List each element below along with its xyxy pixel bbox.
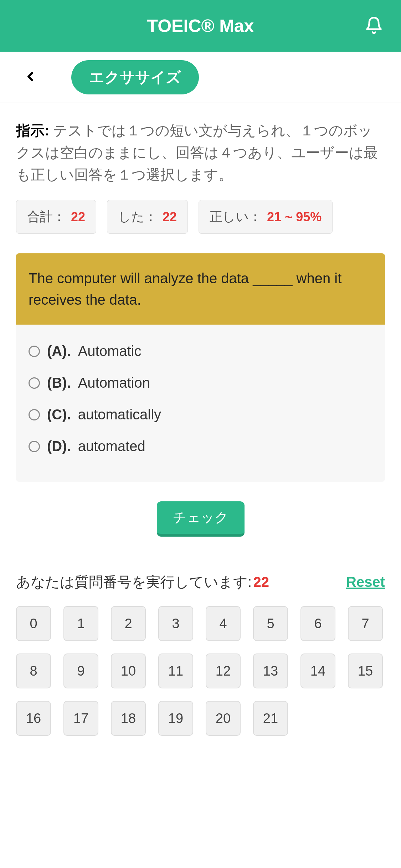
question-nav-header: あなたは質問番号を実行しています: 22 Reset [16,572,385,592]
question-number-button[interactable]: 0 [16,606,51,641]
app-title: TOEIC® Max [147,16,254,36]
option-text: automatically [78,407,161,423]
option-text: automated [78,438,145,454]
question-prompt: The computer will analyze the data _____… [16,253,385,325]
question-number-button[interactable]: 6 [300,606,335,641]
options-list: (A). Automatic (B). Automation (C). auto… [16,325,385,482]
sub-header: エクササイズ [0,52,401,103]
stat-done-label: した： [118,208,157,226]
question-number-button[interactable]: 16 [16,701,51,736]
question-number-button[interactable]: 21 [253,701,288,736]
stat-done-value: 22 [163,210,177,224]
question-nav-current: 22 [253,574,269,590]
instructions: 指示: テストでは１つの短い文が与えられ、１つのボックスは空白のままにし、回答は… [16,119,385,186]
question-number-button[interactable]: 18 [111,701,146,736]
question-number-button[interactable]: 7 [348,606,383,641]
question-number-button[interactable]: 19 [158,701,193,736]
radio-icon [29,346,40,357]
stat-correct-value: 21 ~ 95% [267,210,322,224]
question-nav-label: あなたは質問番号を実行しています: [16,574,252,590]
check-button-wrap: チェック [16,501,385,537]
stat-total-label: 合計： [27,208,66,226]
back-icon[interactable] [23,66,37,89]
question-number-button[interactable]: 20 [206,701,241,736]
stat-done: した： 22 [107,200,188,234]
number-grid: 0123456789101112131415161718192021 [16,606,385,736]
exercise-button[interactable]: エクササイズ [71,60,199,94]
question-number-button[interactable]: 14 [300,653,335,688]
option-a[interactable]: (A). Automatic [29,335,372,367]
question-number-button[interactable]: 11 [158,653,193,688]
question-number-button[interactable]: 2 [111,606,146,641]
question-number-button[interactable]: 17 [63,701,98,736]
option-letter: (D). [47,438,71,454]
radio-icon [29,409,40,420]
instructions-label: 指示: [16,123,49,138]
question-nav-label-wrap: あなたは質問番号を実行しています: 22 [16,572,269,592]
option-text: Automation [78,375,150,391]
stat-total-value: 22 [71,210,85,224]
question-number-button[interactable]: 4 [206,606,241,641]
question-number-button[interactable]: 12 [206,653,241,688]
stat-correct-label: 正しい： [210,208,262,226]
question-number-button[interactable]: 1 [63,606,98,641]
instructions-text: テストでは１つの短い文が与えられ、１つのボックスは空白のままにし、回答は４つあり… [16,123,378,182]
question-number-button[interactable]: 10 [111,653,146,688]
app-header: TOEIC® Max [0,0,401,52]
main-content: 指示: テストでは１つの短い文が与えられ、１つのボックスは空白のままにし、回答は… [0,103,401,752]
question-number-button[interactable]: 5 [253,606,288,641]
option-text: Automatic [78,343,142,359]
question-number-button[interactable]: 8 [16,653,51,688]
radio-icon [29,441,40,452]
stat-total: 合計： 22 [16,200,96,234]
radio-icon [29,377,40,389]
option-letter: (B). [47,375,71,391]
question-number-button[interactable]: 3 [158,606,193,641]
option-b[interactable]: (B). Automation [29,367,372,399]
option-d[interactable]: (D). automated [29,430,372,462]
notification-bell-icon[interactable] [365,15,383,37]
stat-correct: 正しい： 21 ~ 95% [199,200,333,234]
reset-link[interactable]: Reset [346,574,385,590]
question-number-button[interactable]: 15 [348,653,383,688]
question-card: The computer will analyze the data _____… [16,253,385,482]
question-number-button[interactable]: 13 [253,653,288,688]
option-c[interactable]: (C). automatically [29,399,372,430]
question-number-button[interactable]: 9 [63,653,98,688]
option-letter: (A). [47,343,71,359]
check-button[interactable]: チェック [157,501,245,537]
option-letter: (C). [47,407,71,423]
stats-row: 合計： 22 した： 22 正しい： 21 ~ 95% [16,200,385,234]
